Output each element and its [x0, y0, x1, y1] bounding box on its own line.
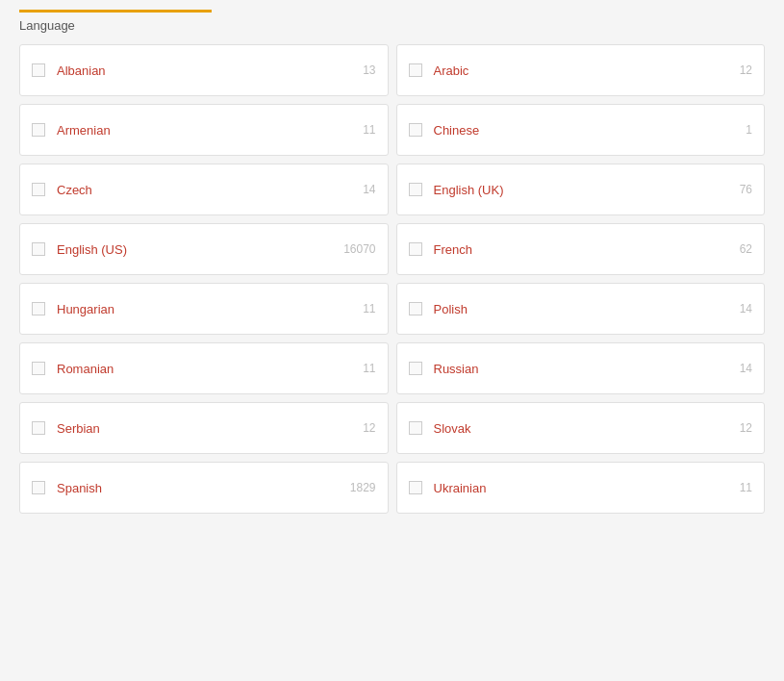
lang-name-armenian: Armenian	[57, 123, 355, 138]
lang-name-english-uk: English (UK)	[434, 183, 732, 197]
lang-count-albanian: 13	[363, 63, 375, 77]
lang-checkbox-slovak[interactable]	[409, 421, 422, 435]
lang-checkbox-chinese[interactable]	[409, 123, 422, 137]
lang-count-czech: 14	[363, 183, 375, 196]
lang-item-polish[interactable]: Polish14	[396, 283, 766, 335]
lang-name-english-us: English (US)	[57, 242, 336, 257]
lang-count-english-us: 16070	[343, 242, 375, 256]
lang-name-french: French	[434, 242, 732, 257]
lang-count-french: 62	[740, 242, 752, 256]
lang-name-ukrainian: Ukrainian	[434, 481, 732, 495]
lang-name-hungarian: Hungarian	[57, 302, 355, 316]
lang-count-armenian: 11	[363, 123, 375, 137]
lang-checkbox-albanian[interactable]	[32, 63, 45, 77]
lang-name-polish: Polish	[434, 302, 732, 316]
lang-name-serbian: Serbian	[57, 421, 355, 436]
lang-count-polish: 14	[740, 302, 752, 315]
lang-item-french[interactable]: French62	[396, 223, 766, 275]
lang-count-ukrainian: 11	[740, 481, 752, 494]
lang-item-english-uk[interactable]: English (UK)76	[396, 164, 766, 215]
lang-count-romanian: 11	[363, 362, 375, 375]
lang-checkbox-english-uk[interactable]	[409, 183, 422, 196]
section-title: Language	[19, 18, 765, 33]
lang-count-hungarian: 11	[363, 302, 375, 315]
lang-name-arabic: Arabic	[434, 63, 732, 78]
lang-item-albanian[interactable]: Albanian13	[19, 44, 389, 96]
lang-item-armenian[interactable]: Armenian11	[19, 104, 389, 156]
lang-checkbox-polish[interactable]	[409, 302, 422, 315]
lang-count-spanish: 1829	[350, 481, 376, 494]
lang-checkbox-french[interactable]	[409, 242, 422, 256]
lang-item-russian[interactable]: Russian14	[396, 342, 766, 394]
lang-checkbox-czech[interactable]	[32, 183, 45, 196]
lang-count-chinese: 1	[746, 123, 752, 137]
lang-item-chinese[interactable]: Chinese1	[396, 104, 766, 156]
lang-item-czech[interactable]: Czech14	[19, 164, 389, 215]
lang-item-english-us[interactable]: English (US)16070	[19, 223, 389, 275]
lang-name-slovak: Slovak	[434, 421, 732, 436]
lang-count-russian: 14	[740, 362, 752, 375]
lang-name-chinese: Chinese	[434, 123, 739, 138]
lang-count-arabic: 12	[740, 63, 752, 77]
lang-name-russian: Russian	[434, 362, 732, 376]
lang-count-slovak: 12	[740, 421, 752, 435]
lang-checkbox-armenian[interactable]	[32, 123, 45, 137]
lang-checkbox-romanian[interactable]	[32, 362, 45, 375]
lang-item-romanian[interactable]: Romanian11	[19, 342, 389, 394]
lang-checkbox-arabic[interactable]	[409, 63, 422, 77]
lang-name-czech: Czech	[57, 183, 355, 197]
lang-item-ukrainian[interactable]: Ukrainian11	[396, 462, 766, 514]
lang-item-slovak[interactable]: Slovak12	[396, 402, 766, 454]
lang-checkbox-serbian[interactable]	[32, 421, 45, 435]
lang-checkbox-russian[interactable]	[409, 362, 422, 375]
header-bar	[19, 10, 212, 13]
lang-item-arabic[interactable]: Arabic12	[396, 44, 766, 96]
lang-count-english-uk: 76	[740, 183, 752, 196]
language-grid: Albanian13Arabic12Armenian11Chinese1Czec…	[19, 44, 765, 514]
lang-checkbox-ukrainian[interactable]	[409, 481, 422, 494]
lang-name-romanian: Romanian	[57, 362, 355, 376]
lang-checkbox-english-us[interactable]	[32, 242, 45, 256]
lang-checkbox-hungarian[interactable]	[32, 302, 45, 315]
lang-item-serbian[interactable]: Serbian12	[19, 402, 389, 454]
lang-name-spanish: Spanish	[57, 481, 342, 495]
lang-checkbox-spanish[interactable]	[32, 481, 45, 494]
lang-name-albanian: Albanian	[57, 63, 355, 78]
lang-count-serbian: 12	[363, 421, 375, 435]
lang-item-spanish[interactable]: Spanish1829	[19, 462, 389, 514]
lang-item-hungarian[interactable]: Hungarian11	[19, 283, 389, 335]
